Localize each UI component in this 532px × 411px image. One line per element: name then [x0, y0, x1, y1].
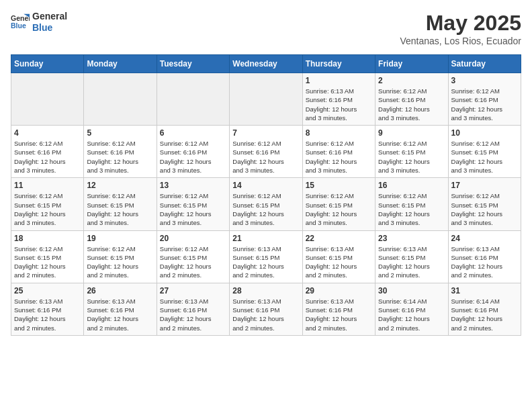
day-number: 5: [87, 128, 153, 138]
day-info: Sunrise: 6:13 AM Sunset: 6:16 PM Dayligh…: [306, 297, 372, 332]
calendar-cell: [84, 73, 157, 126]
logo-line2: Blue: [32, 22, 67, 34]
day-number: 16: [378, 181, 445, 190]
day-number: 12: [87, 181, 153, 190]
day-number: 20: [160, 234, 226, 243]
day-number: 21: [232, 234, 299, 243]
day-info: Sunrise: 6:12 AM Sunset: 6:16 PM Dayligh…: [87, 139, 153, 175]
day-number: 28: [232, 286, 299, 295]
location: Ventanas, Los Rios, Ecuador: [400, 36, 521, 46]
calendar-cell: 7Sunrise: 6:12 AM Sunset: 6:16 PM Daylig…: [230, 126, 302, 178]
day-info: Sunrise: 6:12 AM Sunset: 6:15 PM Dayligh…: [87, 244, 153, 280]
month-title: May 2025: [400, 11, 521, 36]
week-row-3: 11Sunrise: 6:12 AM Sunset: 6:15 PM Dayli…: [11, 178, 521, 230]
calendar-cell: 24Sunrise: 6:13 AM Sunset: 6:16 PM Dayli…: [448, 230, 521, 283]
day-info: Sunrise: 6:14 AM Sunset: 6:16 PM Dayligh…: [451, 297, 518, 332]
calendar-cell: 13Sunrise: 6:12 AM Sunset: 6:15 PM Dayli…: [157, 178, 229, 230]
calendar-cell: 19Sunrise: 6:12 AM Sunset: 6:15 PM Dayli…: [84, 230, 157, 283]
day-info: Sunrise: 6:13 AM Sunset: 6:15 PM Dayligh…: [306, 244, 372, 280]
calendar-cell: [157, 73, 229, 126]
calendar-cell: 4Sunrise: 6:12 AM Sunset: 6:16 PM Daylig…: [11, 126, 84, 178]
calendar-cell: 30Sunrise: 6:14 AM Sunset: 6:16 PM Dayli…: [375, 283, 448, 335]
calendar-cell: 23Sunrise: 6:13 AM Sunset: 6:15 PM Dayli…: [375, 230, 448, 283]
day-header-thursday: Thursday: [302, 55, 375, 73]
day-info: Sunrise: 6:12 AM Sunset: 6:16 PM Dayligh…: [451, 87, 518, 122]
day-number: 29: [306, 286, 372, 295]
week-row-5: 25Sunrise: 6:13 AM Sunset: 6:16 PM Dayli…: [11, 283, 521, 335]
day-number: 17: [451, 181, 518, 190]
day-number: 19: [87, 234, 153, 243]
day-info: Sunrise: 6:12 AM Sunset: 6:16 PM Dayligh…: [378, 87, 445, 122]
day-header-monday: Monday: [84, 55, 157, 73]
week-row-2: 4Sunrise: 6:12 AM Sunset: 6:16 PM Daylig…: [11, 126, 521, 178]
day-number: 7: [232, 128, 299, 138]
day-number: 11: [14, 181, 81, 190]
day-info: Sunrise: 6:13 AM Sunset: 6:15 PM Dayligh…: [232, 244, 299, 280]
day-info: Sunrise: 6:12 AM Sunset: 6:15 PM Dayligh…: [160, 244, 226, 280]
day-number: 26: [87, 286, 153, 295]
calendar-cell: 18Sunrise: 6:12 AM Sunset: 6:15 PM Dayli…: [11, 230, 84, 283]
calendar-cell: 8Sunrise: 6:12 AM Sunset: 6:16 PM Daylig…: [302, 126, 375, 178]
day-number: 6: [160, 128, 226, 138]
svg-text:Blue: Blue: [11, 21, 26, 30]
day-number: 3: [451, 76, 518, 85]
calendar-cell: [230, 73, 302, 126]
day-info: Sunrise: 6:13 AM Sunset: 6:16 PM Dayligh…: [87, 297, 153, 332]
calendar-cell: 20Sunrise: 6:12 AM Sunset: 6:15 PM Dayli…: [157, 230, 229, 283]
calendar-cell: 28Sunrise: 6:13 AM Sunset: 6:16 PM Dayli…: [230, 283, 302, 335]
day-info: Sunrise: 6:12 AM Sunset: 6:15 PM Dayligh…: [14, 244, 81, 280]
day-number: 9: [378, 128, 445, 138]
logo: General Blue General Blue: [11, 11, 67, 34]
calendar-cell: 22Sunrise: 6:13 AM Sunset: 6:15 PM Dayli…: [302, 230, 375, 283]
day-info: Sunrise: 6:12 AM Sunset: 6:16 PM Dayligh…: [232, 139, 299, 175]
calendar-cell: 15Sunrise: 6:12 AM Sunset: 6:15 PM Dayli…: [302, 178, 375, 230]
day-info: Sunrise: 6:13 AM Sunset: 6:16 PM Dayligh…: [160, 297, 226, 332]
day-number: 30: [378, 286, 445, 295]
week-row-1: 1Sunrise: 6:13 AM Sunset: 6:16 PM Daylig…: [11, 73, 521, 126]
day-info: Sunrise: 6:13 AM Sunset: 6:16 PM Dayligh…: [232, 297, 299, 332]
day-number: 4: [14, 128, 81, 138]
day-info: Sunrise: 6:12 AM Sunset: 6:16 PM Dayligh…: [160, 139, 226, 175]
calendar-cell: 14Sunrise: 6:12 AM Sunset: 6:15 PM Dayli…: [230, 178, 302, 230]
day-info: Sunrise: 6:12 AM Sunset: 6:15 PM Dayligh…: [14, 191, 81, 227]
logo-icon: General Blue: [11, 13, 30, 32]
day-number: 10: [451, 128, 518, 138]
calendar-cell: [11, 73, 84, 126]
calendar-cell: 29Sunrise: 6:13 AM Sunset: 6:16 PM Dayli…: [302, 283, 375, 335]
calendar-header: SundayMondayTuesdayWednesdayThursdayFrid…: [11, 55, 521, 73]
calendar-cell: 16Sunrise: 6:12 AM Sunset: 6:15 PM Dayli…: [375, 178, 448, 230]
calendar-cell: 3Sunrise: 6:12 AM Sunset: 6:16 PM Daylig…: [448, 73, 521, 126]
calendar-cell: 21Sunrise: 6:13 AM Sunset: 6:15 PM Dayli…: [230, 230, 302, 283]
calendar-cell: 17Sunrise: 6:12 AM Sunset: 6:15 PM Dayli…: [448, 178, 521, 230]
calendar-cell: 1Sunrise: 6:13 AM Sunset: 6:16 PM Daylig…: [302, 73, 375, 126]
day-info: Sunrise: 6:13 AM Sunset: 6:16 PM Dayligh…: [14, 297, 81, 332]
logo-line1: General: [32, 11, 67, 22]
title-block: May 2025 Ventanas, Los Rios, Ecuador: [400, 11, 521, 46]
day-number: 18: [14, 234, 81, 243]
day-number: 15: [306, 181, 372, 190]
week-row-4: 18Sunrise: 6:12 AM Sunset: 6:15 PM Dayli…: [11, 230, 521, 283]
day-info: Sunrise: 6:12 AM Sunset: 6:15 PM Dayligh…: [232, 191, 299, 227]
day-info: Sunrise: 6:12 AM Sunset: 6:15 PM Dayligh…: [87, 191, 153, 227]
calendar-cell: 9Sunrise: 6:12 AM Sunset: 6:15 PM Daylig…: [375, 126, 448, 178]
day-number: 24: [451, 234, 518, 243]
day-number: 8: [306, 128, 372, 138]
day-number: 22: [306, 234, 372, 243]
day-header-tuesday: Tuesday: [157, 55, 229, 73]
day-info: Sunrise: 6:12 AM Sunset: 6:15 PM Dayligh…: [160, 191, 226, 227]
calendar: SundayMondayTuesdayWednesdayThursdayFrid…: [11, 54, 521, 336]
day-info: Sunrise: 6:12 AM Sunset: 6:15 PM Dayligh…: [378, 139, 445, 175]
calendar-cell: 6Sunrise: 6:12 AM Sunset: 6:16 PM Daylig…: [157, 126, 229, 178]
calendar-cell: 10Sunrise: 6:12 AM Sunset: 6:15 PM Dayli…: [448, 126, 521, 178]
day-info: Sunrise: 6:14 AM Sunset: 6:16 PM Dayligh…: [378, 297, 445, 332]
page-header: General Blue General Blue May 2025 Venta…: [11, 11, 521, 46]
day-info: Sunrise: 6:13 AM Sunset: 6:15 PM Dayligh…: [378, 244, 445, 280]
calendar-cell: 27Sunrise: 6:13 AM Sunset: 6:16 PM Dayli…: [157, 283, 229, 335]
day-info: Sunrise: 6:13 AM Sunset: 6:16 PM Dayligh…: [306, 87, 372, 122]
calendar-cell: 12Sunrise: 6:12 AM Sunset: 6:15 PM Dayli…: [84, 178, 157, 230]
day-info: Sunrise: 6:12 AM Sunset: 6:16 PM Dayligh…: [14, 139, 81, 175]
day-info: Sunrise: 6:12 AM Sunset: 6:15 PM Dayligh…: [451, 191, 518, 227]
calendar-cell: 25Sunrise: 6:13 AM Sunset: 6:16 PM Dayli…: [11, 283, 84, 335]
day-number: 14: [232, 181, 299, 190]
day-header-saturday: Saturday: [448, 55, 521, 73]
